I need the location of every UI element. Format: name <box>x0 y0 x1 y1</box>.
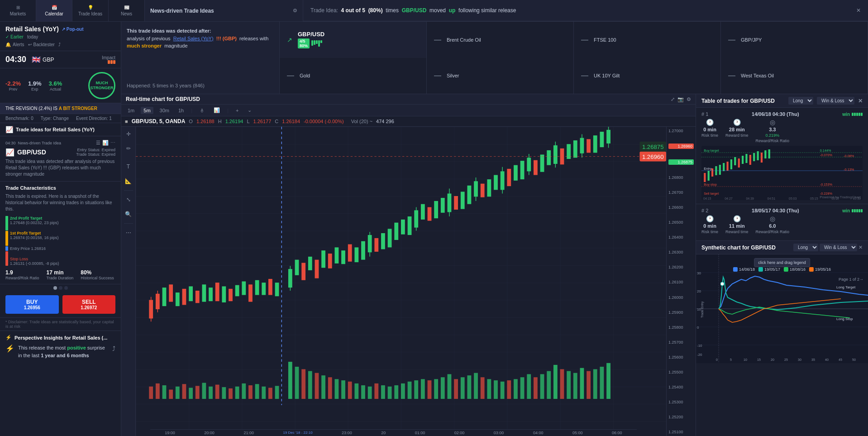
exp-value: 1.9% <box>28 80 42 87</box>
perspective-section: ⚡ Perspective Insights for Retail Sales … <box>0 331 121 363</box>
price-axis: 1.27000 1.26960 1.26875 1.26800 1.26700 … <box>666 127 696 436</box>
chart-expand-icon[interactable]: ⤢ <box>671 96 675 102</box>
ticker-ftse-label: FTSE 100 <box>594 37 616 43</box>
ticker-brent[interactable]: — Brent Crude Oil <box>427 22 574 58</box>
buy-button[interactable]: BUY 1.26956 <box>5 295 59 314</box>
right-panel: Table of trades for GBP/USD Long Win & L… <box>696 94 868 436</box>
svg-rect-44 <box>401 220 405 235</box>
ticker-silver[interactable]: — Silver <box>427 58 574 94</box>
svg-rect-134 <box>487 379 491 399</box>
pencil-tool[interactable]: ✏ <box>123 143 134 154</box>
svg-rect-61 <box>494 175 498 190</box>
svg-rect-142 <box>540 374 544 399</box>
zoom-in-icon[interactable]: 🔍 <box>123 209 134 220</box>
svg-rect-20 <box>248 284 253 302</box>
tf-1h[interactable]: 1h <box>176 107 186 114</box>
mini-chart-1: Buy target 0.144% -0.070% Entry Buy stop… <box>701 146 863 200</box>
win-loss-dropdown[interactable]: Win & Loss <box>817 97 854 105</box>
trade-num-2: # 2 <box>701 208 708 213</box>
popout-link[interactable]: ↗ Pop-out <box>62 27 84 32</box>
tf-30m[interactable]: 30m <box>157 107 172 114</box>
svg-text:10: 10 <box>744 358 747 361</box>
share-perspective-icon[interactable]: ⤴ <box>112 345 115 352</box>
backtester-button[interactable]: ↩ Backtester <box>28 42 55 47</box>
alerts-button[interactable]: 🔔 Alerts <box>5 42 24 47</box>
svg-text:Sell target: Sell target <box>704 192 719 196</box>
ticker-uk10y[interactable]: — UK 10Y Gilt <box>574 58 721 94</box>
synth-close-icon[interactable]: ✕ <box>858 244 863 250</box>
svg-text:-10: -10 <box>697 344 702 348</box>
ticker-silver-label: Silver <box>447 73 459 78</box>
ticker-gbpusd[interactable]: ↗ GBP/USD 4/580% <box>280 22 427 58</box>
add-indicator[interactable]: + <box>233 107 241 114</box>
news-panel-settings-icon[interactable]: ⚙ <box>293 8 297 14</box>
event-time: 04:30 <box>5 55 26 64</box>
svg-rect-92 <box>202 383 206 399</box>
tf-1m[interactable]: 1m <box>125 107 137 114</box>
actual-value: 3.6% <box>49 80 62 87</box>
svg-rect-71 <box>547 150 551 165</box>
benchmarks: Benchmark: 0 Type: Change Event Directio… <box>0 114 121 123</box>
dash-icon-gbpjpy: — <box>728 36 735 44</box>
svg-rect-136 <box>501 382 505 399</box>
chart-type-2[interactable]: 📊 <box>211 106 223 114</box>
trade-date-2: 18/05/17 04:30 (Thu) <box>752 208 799 213</box>
list-icon[interactable]: ☰ <box>96 140 100 146</box>
dash-icon-wti: — <box>728 72 735 80</box>
chart-camera-icon[interactable]: 📷 <box>677 96 684 102</box>
calendar-label: Calendar <box>45 11 63 16</box>
legend-tooltip[interactable]: click here and drag legend <box>754 258 810 267</box>
trade-ideas-section: 📈 Trade ideas for Retail Sales (YoY) <box>0 123 121 136</box>
svg-rect-43 <box>394 223 398 240</box>
close-panel-icon[interactable]: ✕ <box>858 98 863 104</box>
svg-rect-85 <box>156 383 160 399</box>
ticker-gbpjpy[interactable]: — GBP/JPY <box>721 22 868 58</box>
more-icon[interactable]: ⋯ <box>110 140 115 146</box>
svg-rect-97 <box>235 387 239 399</box>
tf-5m[interactable]: 5m <box>141 107 153 114</box>
svg-text:0: 0 <box>716 358 718 361</box>
svg-rect-10 <box>182 289 186 305</box>
trade-idea-banner: Trade Idea: 4 out of 5 (80%) times GBP/U… <box>310 7 516 14</box>
svg-rect-101 <box>262 387 266 399</box>
ticker-gold[interactable]: — Gold <box>280 58 427 94</box>
svg-rect-117 <box>374 383 378 399</box>
crosshair-tool[interactable]: ✛ <box>123 129 134 139</box>
text-tool[interactable]: T <box>123 161 134 172</box>
ticker-ftse[interactable]: — FTSE 100 <box>574 22 721 58</box>
svg-text:Long Target: Long Target <box>836 285 856 289</box>
sell-button[interactable]: SELL 1.26972 <box>62 295 116 314</box>
time-label-highlighted: 19 Dec '18 - 22:10 <box>283 431 312 435</box>
chart-settings-icon[interactable]: ⚙ <box>687 96 691 102</box>
win-label-1: win <box>842 112 850 117</box>
expand-tool[interactable]: ⤡ <box>123 194 134 205</box>
svg-rect-21 <box>255 280 259 295</box>
nav-trade-ideas[interactable]: 💡 Trade Ideas <box>72 0 109 21</box>
long-dropdown[interactable]: Long <box>788 97 813 105</box>
ticker-wti[interactable]: — West Texas Oil <box>721 58 868 94</box>
svg-text:35: 35 <box>811 358 815 361</box>
share-icon: ⤴ <box>58 42 61 47</box>
synth-winloss-dropdown[interactable]: Win & Loss <box>820 244 857 251</box>
svg-rect-137 <box>507 380 511 399</box>
svg-rect-161 <box>711 168 713 177</box>
more-tools[interactable]: ⋯ <box>123 227 134 238</box>
synth-long-dropdown[interactable]: Long <box>793 244 818 251</box>
nav-markets[interactable]: ⊞ Markets <box>0 0 36 21</box>
news-description: This trade ideas was detected after: ana… <box>127 27 274 50</box>
nav-news[interactable]: 📰 News <box>109 0 145 21</box>
time-label: 03:00 <box>494 431 504 435</box>
reward-time-label-1: Reward time <box>725 133 749 138</box>
toggle-chart[interactable]: ⌄ <box>245 106 254 114</box>
chart-icon[interactable]: 📊 <box>102 140 109 146</box>
chart-type-1[interactable]: 🕯 <box>197 107 207 114</box>
svg-rect-59 <box>481 184 485 197</box>
trade-table-row-1: # 1 14/06/18 04:30 (Thu) win <box>696 108 868 204</box>
nav-calendar[interactable]: 📅 Calendar <box>36 0 72 21</box>
share-button[interactable]: ⤴ <box>58 42 61 47</box>
close-banner-icon[interactable]: ✕ <box>856 7 861 14</box>
svg-text:-0.153%: -0.153% <box>820 183 833 187</box>
measure-tool[interactable]: 📐 <box>123 176 134 187</box>
chart-toolbar: 1m 5m 30m 1h | 🕯 📊 | + ⌄ <box>121 105 696 116</box>
price-chart: 1.26960 1.26875 <box>136 127 666 436</box>
